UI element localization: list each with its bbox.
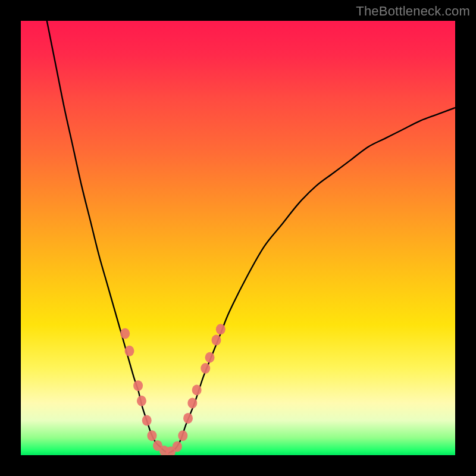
marker-point — [205, 352, 215, 363]
curve-right-branch — [168, 108, 455, 453]
marker-point — [192, 385, 202, 396]
marker-point — [187, 397, 197, 408]
chart-frame: TheBottleneck.com — [0, 0, 476, 476]
data-markers — [120, 324, 226, 455]
plot-svg — [21, 21, 455, 455]
marker-point — [216, 324, 226, 334]
marker-point — [173, 441, 182, 452]
marker-point — [201, 363, 210, 374]
marker-point — [178, 430, 187, 441]
marker-point — [125, 346, 134, 356]
marker-point — [183, 413, 193, 424]
watermark-text: TheBottleneck.com — [356, 4, 470, 19]
marker-point — [133, 380, 143, 391]
marker-point — [212, 335, 221, 346]
marker-point — [120, 328, 130, 339]
marker-point — [142, 415, 152, 426]
marker-point — [147, 430, 156, 441]
curve-left-branch — [47, 21, 168, 453]
marker-point — [137, 396, 146, 406]
plot-area — [21, 21, 455, 455]
